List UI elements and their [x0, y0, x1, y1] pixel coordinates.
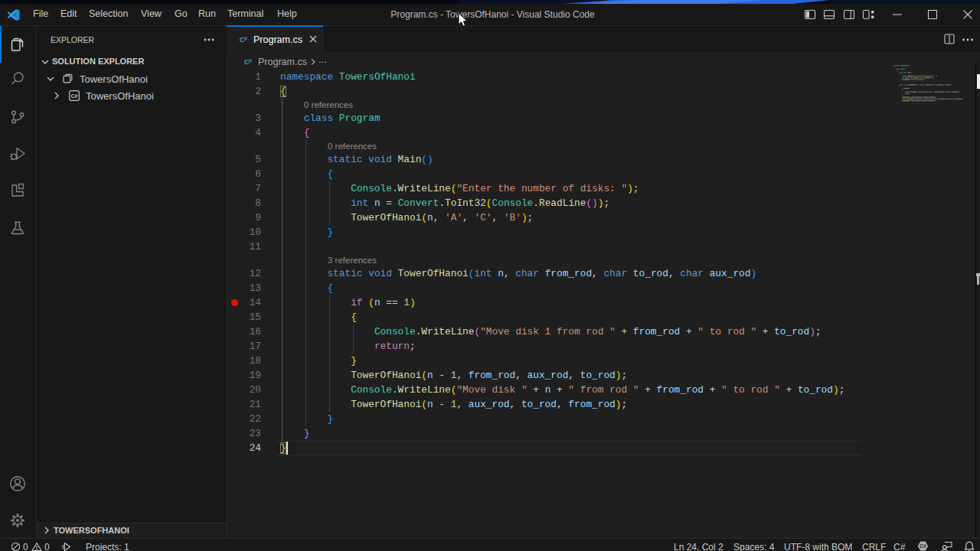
svg-text:#: #: [249, 58, 252, 64]
svg-text:C#: C#: [920, 543, 926, 549]
svg-text:#: #: [244, 36, 247, 41]
svg-text:C#: C#: [71, 93, 78, 99]
